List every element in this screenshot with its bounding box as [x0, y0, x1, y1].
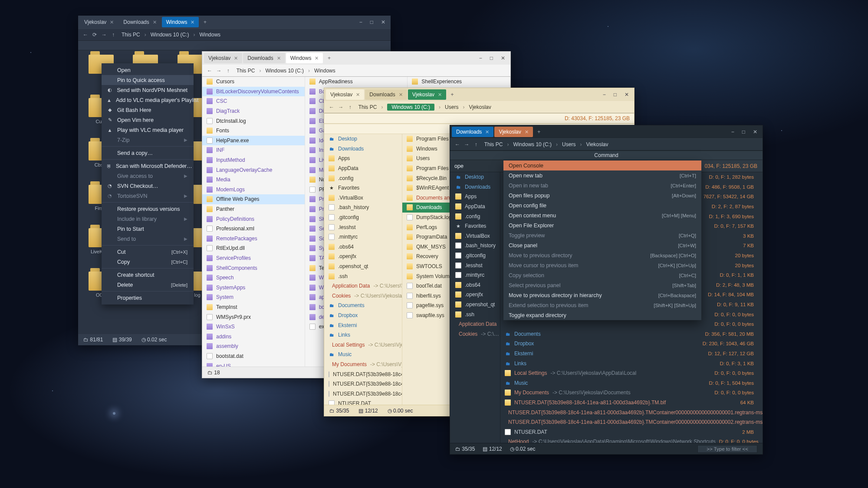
palette-item[interactable]: Move cursor to previous item[Ctrl+K] [Ct… [503, 260, 701, 270]
list-item[interactable]: Apps [450, 192, 500, 202]
menu-item[interactable]: Send a copy… [102, 148, 194, 158]
filter-input[interactable]: >> Type to filter << [697, 445, 757, 453]
list-item[interactable]: en-US [202, 361, 305, 367]
list-item[interactable]: Apps [324, 154, 402, 164]
list-item[interactable]: AppData [450, 202, 500, 212]
breadcrumb-segment[interactable]: Viekoslav [586, 141, 608, 147]
list-item[interactable]: Cookies -> C:\… [450, 329, 500, 339]
tree-column[interactable]: 🖿Desktop🖿DownloadsAppsAppData.config★Fav… [324, 134, 402, 405]
breadcrumb[interactable]: This PC›Windows 10 (C:)›Windows [122, 32, 220, 38]
list-item[interactable]: PolicyDefinitions [202, 214, 305, 224]
close-icon[interactable]: ✕ [625, 92, 629, 98]
list-item[interactable]: SystemApps [202, 282, 305, 292]
list-item[interactable]: My Documents -> C:\Users\Vjekoslav\Docum… [324, 360, 402, 370]
breadcrumb-segment[interactable]: Windows [314, 68, 335, 74]
close-icon[interactable]: ✕ [381, 19, 385, 25]
menu-item[interactable]: ◆Git Bash Here [102, 105, 194, 115]
forward-icon[interactable]: → [337, 104, 345, 110]
list-item[interactable]: HelpPane.exe [202, 136, 305, 146]
palette-item[interactable]: Move to previous directory in hierarchy[… [503, 290, 701, 300]
list-item[interactable]: .VirtualBox [450, 231, 500, 241]
close-tab-icon[interactable]: ✕ [153, 20, 157, 25]
close-tab-icon[interactable]: ✕ [356, 92, 360, 98]
close-tab-icon[interactable]: ✕ [234, 56, 238, 61]
list-item[interactable]: 🖿MusicD: 0, F: 1, 504 bytes [500, 378, 763, 388]
list-item[interactable]: .lesshst [450, 260, 500, 270]
list-item[interactable]: 🖿Downloads [450, 182, 500, 192]
menu-item[interactable]: Cut[Ctrl+X] [102, 247, 194, 257]
list-item[interactable]: bootstat.dat [202, 351, 305, 361]
list-item[interactable]: NTUSER.DAT{53b39e88-18c4-11ea-a811-000d3… [324, 379, 402, 389]
tree-panel[interactable]: 🖿Desktop🖿DownloadsAppsAppData.config★Fav… [450, 172, 500, 443]
tab[interactable]: Vjekoslav✕ [326, 89, 364, 100]
up-icon[interactable]: ↑ [224, 68, 232, 74]
list-item[interactable]: .gitconfig [450, 251, 500, 261]
list-item[interactable]: .obs64 [324, 242, 402, 252]
palette-item[interactable]: Open in new tab[Ctrl+Enter] [503, 180, 701, 190]
tab[interactable]: Vjekoslav✕ [80, 17, 118, 27]
list-item[interactable]: Cookies -> C:\Users\Vjekoslav\… [324, 291, 402, 301]
palette-item[interactable]: Move to previous directory[Backspace] [C… [503, 250, 701, 260]
list-item[interactable]: Offline Web Pages [202, 194, 305, 204]
list-item[interactable]: .minttyrc [450, 270, 500, 280]
list-item[interactable]: Panther [202, 204, 305, 214]
list-item[interactable]: .bash_history [324, 203, 402, 213]
list-item[interactable]: Cursors [202, 77, 305, 87]
add-tab-button[interactable]: + [534, 129, 544, 135]
context-menu[interactable]: OpenPin to Quick access◐Send with NordVP… [102, 63, 194, 305]
list-item[interactable]: .lesshst [324, 222, 402, 232]
list-item[interactable]: addins [202, 331, 305, 341]
close-tab-icon[interactable]: ✕ [110, 20, 114, 25]
list-item[interactable]: ShellComponents [202, 263, 305, 273]
list-item[interactable]: ★Favorites [324, 183, 402, 193]
back-icon[interactable]: ← [454, 141, 461, 147]
list-item[interactable]: INF [202, 145, 305, 155]
back-icon[interactable]: ← [82, 32, 89, 38]
add-tab-button[interactable]: + [200, 19, 210, 25]
list-item[interactable]: assembly [202, 341, 305, 351]
list-item[interactable]: .minttyrc [324, 232, 402, 242]
menu-item[interactable]: ▲Add to VLC media player's Playlist [102, 95, 194, 105]
list-item[interactable]: InputMethod [202, 155, 305, 165]
list-item[interactable]: Media [202, 175, 305, 185]
tab[interactable]: Vjekoslav✕ [494, 127, 533, 137]
menu-item[interactable]: Pin to Quick access [102, 75, 194, 85]
close-tab-icon[interactable]: ✕ [438, 92, 442, 98]
menu-item[interactable]: Create shortcut [102, 270, 194, 280]
breadcrumb[interactable]: This PC›Windows 10 (C:)›Users›Viekoslav [484, 141, 608, 147]
palette-item[interactable]: Extend selection to previous item[Shift+… [503, 300, 701, 310]
menu-item[interactable]: ✎Open Vim here [102, 115, 194, 125]
minimize-icon[interactable]: − [359, 19, 362, 25]
list-item[interactable]: Application Data -> … [450, 319, 500, 329]
list-item[interactable]: ServiceProfiles [202, 253, 305, 263]
list-item[interactable]: NTUSER.DAT{53b39e88-18c4-11ea-a811-000d3… [324, 389, 402, 399]
list-item[interactable]: System [202, 292, 305, 302]
breadcrumb-segment[interactable]: Windows [199, 32, 220, 38]
up-icon[interactable]: ↑ [109, 32, 117, 38]
palette-item[interactable]: Open File Explorer [503, 220, 701, 230]
list-item[interactable]: .openjfx [450, 290, 500, 300]
palette-item[interactable]: Open config file [503, 200, 701, 210]
list-item[interactable]: .ssh [450, 309, 500, 319]
list-item[interactable]: NTUSER.DAT [324, 399, 402, 405]
minimize-icon[interactable]: − [603, 92, 606, 98]
list-item[interactable]: 🖿LinksD: 0, F: 3, 1 KB [500, 358, 763, 368]
list-item[interactable]: .ssh [324, 271, 402, 281]
breadcrumb-segment[interactable]: Users [562, 141, 575, 147]
list-item[interactable]: .openjfx [324, 252, 402, 262]
list-item[interactable]: 🖿Dropbox [324, 311, 402, 321]
list-item[interactable]: .openshot_qt [324, 262, 402, 272]
back-icon[interactable]: ← [206, 68, 214, 74]
close-icon[interactable]: ✕ [753, 129, 757, 135]
list-item[interactable]: Application Data -> C:\Users\Vj… [324, 281, 402, 291]
close-tab-icon[interactable]: ✕ [485, 129, 489, 135]
list-item[interactable]: .bash_history [450, 241, 500, 251]
list-item[interactable]: .config [324, 173, 402, 183]
list-item[interactable]: .VirtualBox [324, 193, 402, 203]
breadcrumb-segment[interactable]: Vjekoslav [469, 104, 491, 110]
list-item[interactable]: 🖿Desktop [450, 172, 500, 182]
menu-item[interactable]: ◐Send with NordVPN Meshnet [102, 85, 194, 95]
palette-item[interactable]: Toggle preview[Ctrl+Q] [503, 230, 701, 240]
maximize-icon[interactable]: □ [490, 55, 493, 61]
list-item[interactable]: LanguageOverlayCache [202, 165, 305, 175]
